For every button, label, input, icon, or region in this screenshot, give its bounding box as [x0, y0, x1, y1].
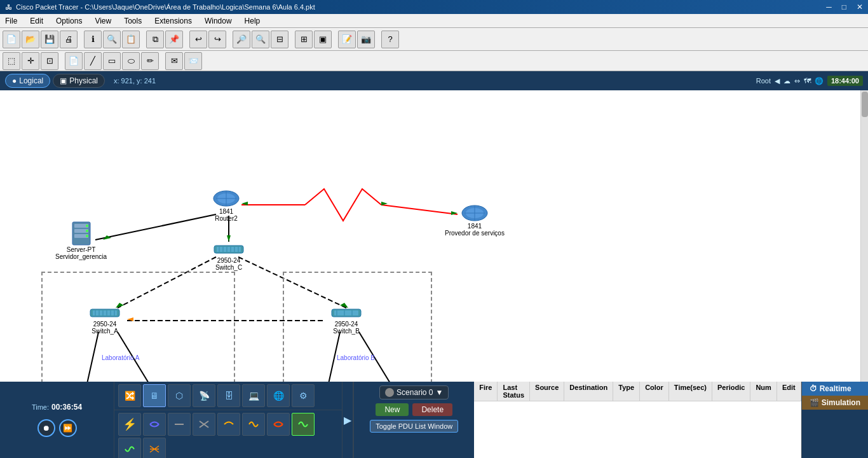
serial-dce-cable-btn[interactable] — [292, 413, 315, 436]
map-icon[interactable]: 🗺 — [804, 77, 811, 85]
note-button[interactable]: 📝 — [338, 31, 356, 48]
menu-help[interactable]: Help — [242, 15, 263, 27]
inspector-button[interactable]: 🔍 — [103, 31, 121, 48]
titlebar-controls[interactable]: ─ □ ✕ — [826, 3, 863, 11]
router2-device[interactable]: 1841 Router2 — [213, 189, 240, 222]
root-label: Root — [756, 77, 771, 85]
zoom-out-button[interactable]: 🔍 — [252, 31, 269, 48]
note-tool-button[interactable]: 📄 — [65, 52, 83, 70]
router-type-btn[interactable]: 🔀 — [118, 384, 141, 407]
pdu-complex-button[interactable]: 📨 — [184, 52, 202, 70]
server-type-btn[interactable]: 🗄 — [217, 384, 240, 407]
line-button[interactable]: ╱ — [84, 52, 102, 70]
titlebar-left: 🖧 Cisco Packet Tracer - C:\Users\Jaque\O… — [5, 3, 315, 11]
new-button[interactable]: 📄 — [3, 31, 20, 48]
clock-display: 18:44:00 — [827, 76, 863, 86]
rect-button[interactable]: ▭ — [103, 52, 121, 70]
physical-icon: ▣ — [60, 76, 67, 85]
copy-button[interactable]: ⧉ — [146, 31, 164, 48]
console-cable-btn[interactable] — [143, 413, 166, 436]
logical-mode-tab[interactable]: ● Logical — [5, 74, 50, 88]
cloud-icon[interactable]: ☁ — [783, 77, 790, 85]
octal-cable-btn[interactable] — [143, 438, 166, 458]
svg-point-35 — [86, 225, 88, 227]
open-button[interactable]: 📂 — [22, 31, 39, 48]
maximize-button[interactable]: □ — [842, 3, 846, 11]
hub-type-btn[interactable]: ⬡ — [168, 384, 191, 407]
toggle-pdu-button[interactable]: Toggle PDU List Window — [370, 420, 458, 433]
globe-icon[interactable]: 🌐 — [815, 77, 824, 85]
collapse-arrow[interactable]: ▶ — [342, 382, 353, 458]
network-canvas[interactable]: Laboratório A Laboratório B 1841 Router2 — [0, 90, 868, 382]
serial-dte-cable-btn[interactable] — [118, 438, 141, 458]
save-button[interactable]: 💾 — [41, 31, 58, 48]
menu-view[interactable]: View — [92, 15, 114, 27]
logical-label: Logical — [19, 76, 43, 85]
isp-device[interactable]: 1841 Provedor de serviços — [445, 204, 505, 237]
simulation-icon: 🎬 — [810, 398, 819, 407]
fast-forward-button[interactable]: ⏩ — [59, 419, 77, 437]
wan-type-btn[interactable]: 🌐 — [267, 384, 290, 407]
app-title: Cisco Packet Tracer - C:\Users\Jaque\One… — [16, 3, 315, 11]
nav-back-icon[interactable]: ◀ — [775, 77, 780, 85]
custom-type-btn[interactable]: ⚙ — [292, 384, 315, 407]
paste-button[interactable]: 📌 — [165, 31, 183, 48]
delete-scenario-button[interactable]: Delete — [412, 403, 452, 416]
ellipse-button[interactable]: ⬭ — [122, 52, 140, 70]
move-button[interactable]: ✛ — [22, 52, 39, 70]
select-button[interactable]: ⬚ — [3, 52, 20, 70]
physical-label: Physical — [69, 76, 98, 85]
switch-type-btn[interactable]: 🖥 — [143, 384, 166, 407]
switchC-icon — [213, 242, 245, 257]
switchA-device[interactable]: 2950-24 Switch_A — [89, 305, 121, 335]
play-button[interactable]: ⏺ — [37, 419, 55, 437]
phone-cable-btn[interactable] — [242, 413, 265, 436]
minimize-button[interactable]: ─ — [826, 3, 832, 11]
switchC-device[interactable]: 2950-24 Switch_C — [213, 242, 245, 271]
menu-edit[interactable]: Edit — [27, 15, 46, 27]
fiber-cable-btn[interactable] — [217, 413, 240, 436]
server-device[interactable]: Server-PT Servidor_gerencia — [55, 221, 107, 260]
menu-tools[interactable]: Tools — [121, 15, 144, 27]
menu-extensions[interactable]: Extensions — [152, 15, 194, 27]
menu-options[interactable]: Options — [53, 15, 85, 27]
realtime-button[interactable]: ⏱ Realtime — [802, 382, 868, 396]
lab-a-label: Laboratório A — [102, 354, 140, 361]
redo-button[interactable]: ↪ — [208, 31, 226, 48]
camera-button[interactable]: 📷 — [357, 31, 375, 48]
bottom-status-bar: Time: 00:36:54 ⏺ ⏩ — [0, 382, 114, 458]
info-button[interactable]: ℹ — [84, 31, 102, 48]
fit-button[interactable]: ⊞ — [295, 31, 313, 48]
undo-button[interactable]: ↩ — [189, 31, 207, 48]
physical-mode-tab[interactable]: ▣ Physical — [53, 74, 105, 88]
close-button[interactable]: ✕ — [857, 3, 863, 11]
print-button[interactable]: 🖨 — [60, 31, 78, 48]
pdu-col-fire: Fire — [474, 382, 498, 401]
canvas-scrollbar[interactable] — [860, 90, 868, 382]
end-device-type-btn[interactable]: 💻 — [242, 384, 265, 407]
scrollbar-thumb[interactable] — [862, 92, 868, 117]
freehand-button[interactable]: ✏ — [141, 52, 159, 70]
switchB-device[interactable]: 2950-24 Switch_B — [330, 305, 362, 335]
viewport-button[interactable]: ▣ — [314, 31, 332, 48]
device-panel: 🔀 🖥 ⬡ 📡 🗄 💻 🌐 ⚙ ⚡ — [114, 382, 342, 458]
zoom-in-button[interactable]: 🔎 — [233, 31, 250, 48]
pdu-simple-button[interactable]: ✉ — [165, 52, 183, 70]
scenario-selector[interactable]: Scenario 0 ▼ — [379, 385, 449, 399]
help-button[interactable]: ? — [381, 31, 399, 48]
scenario-dropdown-icon: ▼ — [435, 388, 443, 397]
nav-arrows-icon[interactable]: ⇔ — [794, 77, 800, 85]
simulation-button[interactable]: 🎬 Simulation — [802, 396, 868, 410]
straight-cable-btn[interactable] — [168, 413, 191, 436]
menu-file[interactable]: File — [3, 15, 20, 27]
coaxial-cable-btn[interactable] — [267, 413, 290, 436]
multiselect-button[interactable]: ⊡ — [41, 52, 58, 70]
pdu-button[interactable]: 📋 — [122, 31, 140, 48]
crossover-cable-btn[interactable] — [193, 413, 215, 436]
menu-window[interactable]: Window — [202, 15, 234, 27]
new-scenario-button[interactable]: New — [376, 403, 409, 416]
auto-cable-btn[interactable]: ⚡ — [118, 413, 141, 436]
zoom-reset-button[interactable]: ⊟ — [271, 31, 288, 48]
wireless-type-btn[interactable]: 📡 — [193, 384, 215, 407]
svg-rect-47 — [93, 310, 117, 316]
